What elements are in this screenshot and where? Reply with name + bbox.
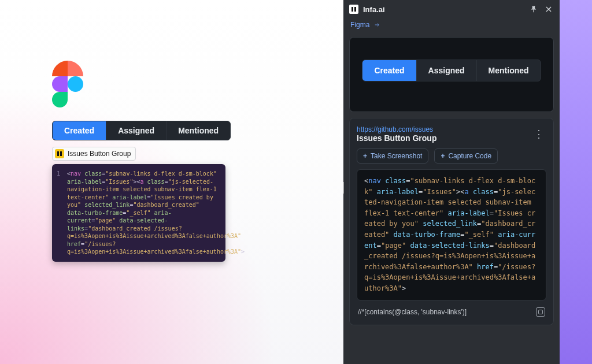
background-gradient-strip (560, 0, 592, 364)
captured-html-code[interactable]: <nav class="subnav-links d-flex d-sm-blo… (357, 169, 546, 300)
code-snippet-text: <nav class="subnav-links d-flex d-sm-blo… (67, 170, 245, 255)
tab-mentioned-preview[interactable]: Mentioned (477, 60, 541, 81)
infa-icon (55, 149, 64, 158)
tab-assigned[interactable]: Assigned (106, 121, 166, 140)
line-number: 1 (57, 170, 60, 178)
tab-created[interactable]: Created (53, 121, 106, 140)
breadcrumb-figma[interactable]: Figma (349, 18, 554, 31)
tab-created-preview[interactable]: Created (362, 60, 416, 81)
app-name: Infa.ai (363, 5, 385, 14)
xpath-text[interactable]: //*[contains(@class, 'subnav-links')] (358, 308, 467, 316)
close-icon[interactable] (543, 4, 554, 14)
component-label-text: Issues Button Group (68, 150, 131, 158)
component-label-chip[interactable]: Issues Button Group (52, 147, 136, 161)
component-title: Issues Button Group (357, 133, 436, 143)
captured-html-text: <nav class="subnav-links d-flex d-sm-blo… (364, 177, 535, 292)
panel-header: Infa.ai (343, 0, 560, 18)
issues-tab-group-canvas[interactable]: Created Assigned Mentioned (52, 121, 231, 140)
code-snippet-card[interactable]: 1 <nav class="subnav-links d-flex d-sm-b… (52, 164, 225, 262)
component-meta-card: https://github.com/issues Issues Button … (349, 118, 554, 325)
tab-assigned-preview[interactable]: Assigned (417, 60, 477, 81)
infa-side-panel: Infa.ai Figma Created Assigned Mentioned… (343, 0, 560, 364)
take-screenshot-button[interactable]: + Take Screenshot (357, 148, 428, 164)
source-url[interactable]: https://github.com/issues (357, 125, 436, 133)
component-preview: Created Assigned Mentioned (349, 37, 554, 112)
svg-rect-3 (354, 7, 356, 12)
breadcrumb-label: Figma (350, 21, 369, 29)
svg-rect-1 (60, 151, 62, 156)
app-logo-icon (349, 5, 358, 14)
svg-rect-0 (57, 151, 59, 156)
arrow-right-icon (373, 22, 381, 28)
figma-logo-icon (52, 61, 83, 107)
capture-code-button[interactable]: + Capture Code (434, 148, 498, 164)
capture-code-label: Capture Code (448, 152, 491, 160)
locate-target-icon[interactable] (536, 307, 545, 317)
tab-mentioned[interactable]: Mentioned (166, 121, 230, 140)
svg-rect-2 (352, 7, 353, 12)
figma-canvas[interactable]: Created Assigned Mentioned Issues Button… (0, 0, 343, 364)
take-screenshot-label: Take Screenshot (371, 152, 422, 160)
pin-icon[interactable] (528, 4, 539, 14)
plus-icon: + (363, 152, 367, 160)
more-menu-icon[interactable]: ⋮ (531, 128, 546, 140)
issues-tab-group-preview[interactable]: Created Assigned Mentioned (362, 60, 541, 81)
plus-icon: + (441, 152, 445, 160)
